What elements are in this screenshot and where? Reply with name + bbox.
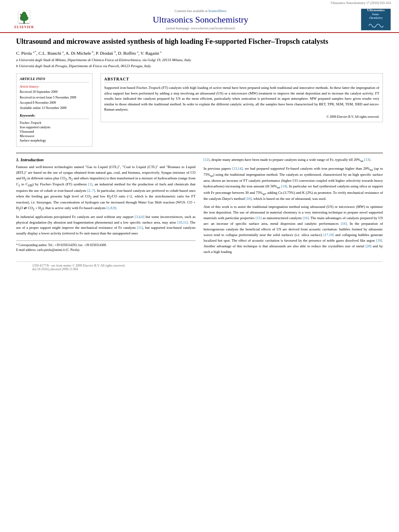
article-info-col: ARTICLE INFO Article history: Received 1… — [16, 73, 93, 147]
keywords-title: Keywords: — [20, 113, 89, 119]
svg-point-4 — [23, 11, 25, 13]
abstract-title: ABSTRACT — [104, 77, 379, 83]
body-left-col: 1. Introduction Famous and well-known te… — [16, 157, 195, 257]
svg-rect-7 — [19, 23, 29, 23]
page-number: Ultrasonics Sonochemistry 17 (2010) 610–… — [0, 0, 399, 6]
footnote-email: E-mail address: carlo.pirola@unimi.it (C… — [16, 248, 195, 252]
footnote-area: * Corresponding author. Tel.: +39 025031… — [16, 240, 195, 252]
journal-logo-text: Ultrasonics Sono- chemistry — [367, 8, 385, 31]
affil-a: a Università degli Studi di Milano, Dipa… — [16, 58, 383, 63]
accepted-date: Accepted 8 November 2009 — [20, 101, 89, 105]
intro-para2: In industrial applications precipitated … — [16, 214, 195, 237]
body-right-col: [12], despite many attempts have been ma… — [204, 157, 383, 257]
elsevier-logo: ELSEVIER — [8, 8, 40, 31]
elsevier-brand-text: ELSEVIER — [14, 25, 34, 29]
copyright-line: © 2009 Elsevier B.V. All rights reserved… — [104, 115, 379, 119]
abstract-box: ABSTRACT Supported iron-based Fischer–Tr… — [101, 73, 383, 122]
journal-main-title: Ultrasonics Sonochemistry — [48, 14, 353, 25]
keywords-section: Keywords: Fischer–Tropsch Iron supported… — [20, 113, 89, 142]
right-para1: [12], despite many attempts have been ma… — [204, 157, 383, 163]
info-abstract-row: ARTICLE INFO Article history: Received 1… — [16, 73, 383, 147]
online-date: Available online 13 November 2009 — [20, 106, 89, 110]
footnote-corresponding: * Corresponding author. Tel.: +39 025031… — [16, 243, 195, 247]
authors-line: C. Pirola a,*, C.L. Bianchi a, A. Di Mic… — [16, 50, 383, 55]
right-para3: Aim of this work is to assist the tradit… — [204, 204, 383, 255]
keyword-5: Surface morphology — [20, 139, 89, 142]
journal-title-area: Contents lists available at ScienceDirec… — [40, 9, 361, 30]
svg-rect-6 — [20, 14, 22, 14]
keyword-3: Ultrasound — [20, 130, 89, 134]
article-title: Ultrasound and microwave assisted synthe… — [16, 37, 383, 46]
svg-rect-5 — [21, 14, 21, 20]
revised-date: Received in revised form 5 November 2009 — [20, 95, 89, 100]
keyword-4: Microwave — [20, 134, 89, 138]
intro-heading: 1. Introduction — [16, 157, 195, 162]
logo-wave-icon — [368, 22, 384, 30]
section-divider — [16, 153, 383, 153]
article-content: Ultrasound and microwave assisted synthe… — [0, 33, 399, 281]
article-info-box: ARTICLE INFO Article history: Received 1… — [16, 73, 93, 147]
journal-header: ELSEVIER Contents lists available at Sci… — [0, 6, 399, 33]
footer-issn: 1350-4177/$ - see front matter © 2009 El… — [32, 264, 367, 267]
keyword-2: Iron supported catalysts — [20, 125, 89, 129]
right-para2: In previous papers [13,14], we had prepa… — [204, 166, 383, 202]
article-info-title: ARTICLE INFO — [20, 77, 89, 82]
history-title: Article history: — [20, 84, 89, 89]
elsevier-tree-icon — [14, 10, 34, 25]
body-two-col: 1. Introduction Famous and well-known te… — [16, 157, 383, 257]
abstract-text: Supported iron-based Fischer–Tropsch (FT… — [104, 85, 379, 113]
keyword-1: Fischer–Tropsch — [20, 121, 89, 125]
footer-doi: doi:10.1016/j.ultsonch.2009.11.004 — [32, 267, 367, 271]
sciencedirect-link[interactable]: ScienceDirect — [208, 9, 226, 13]
sciencedirect-line: Contents lists available at ScienceDirec… — [48, 9, 353, 13]
affiliations: a Università degli Studi di Milano, Dipa… — [16, 58, 383, 68]
received-date: Received 18 September 2009 — [20, 90, 89, 94]
journal-logo: Ultrasonics Sono- chemistry — [361, 8, 391, 31]
page-footer: 1350-4177/$ - see front matter © 2009 El… — [16, 261, 383, 273]
affil-b: b Università degli Studi di Perugia, Dip… — [16, 64, 383, 69]
intro-para1: Famous and well-known technologies named… — [16, 164, 195, 212]
abstract-col: ABSTRACT Supported iron-based Fischer–Tr… — [101, 73, 383, 147]
page-wrapper: Ultrasonics Sonochemistry 17 (2010) 610–… — [0, 0, 399, 532]
journal-homepage: journal homepage: www.elsevier.com/locat… — [48, 27, 353, 30]
